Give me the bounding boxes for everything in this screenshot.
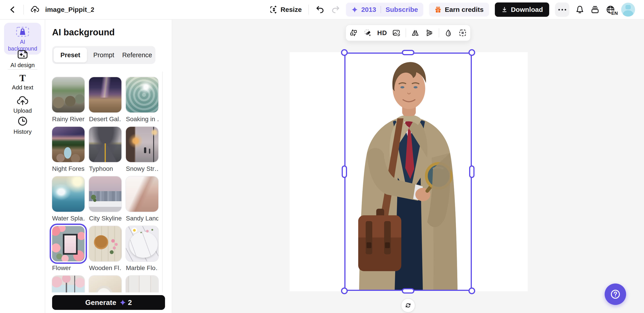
flip-vertical-button[interactable] xyxy=(424,27,436,39)
handle-top-left[interactable] xyxy=(341,49,348,56)
ai-background-bag-icon xyxy=(16,26,30,37)
download-button[interactable]: Download xyxy=(495,2,549,17)
preset-wooden-floral[interactable]: Wooden Fl… xyxy=(89,226,122,272)
notifications-button[interactable] xyxy=(575,5,584,14)
credits-subscribe-pill[interactable]: 2013 Subscribe xyxy=(346,3,423,16)
language-button[interactable]: EN xyxy=(606,5,616,14)
preset-thumbnail-fabric-lemons[interactable] xyxy=(89,276,122,292)
rotate-refresh-icon xyxy=(404,301,412,310)
preset-thumbnail-flower[interactable] xyxy=(52,226,84,261)
resize-icon xyxy=(269,5,278,14)
sidebar-item-label: Upload xyxy=(14,107,32,114)
regenerate-canvas-button[interactable] xyxy=(401,298,415,312)
credits-spark-icon xyxy=(351,6,358,13)
redo-button-disabled[interactable] xyxy=(331,5,340,14)
drafts-stack-button[interactable] xyxy=(590,5,600,14)
preset-label: Typhoon xyxy=(89,165,122,172)
replace-button[interactable] xyxy=(348,27,360,39)
left-navigation: AI backgroundAI designTAdd textUploadHis… xyxy=(0,20,45,313)
tab-preset[interactable]: Preset xyxy=(54,48,87,62)
preset-water-splash[interactable]: Water Spla… xyxy=(52,176,84,222)
ai-eraser-button[interactable] xyxy=(362,27,374,39)
preset-night-forest[interactable]: Night Forest xyxy=(52,127,84,172)
preset-scroll-area[interactable]: Rainy River…Desert Gal…Soaking in …Night… xyxy=(45,72,171,292)
back-button[interactable] xyxy=(7,4,18,16)
user-avatar[interactable] xyxy=(621,3,635,16)
handle-right-middle[interactable] xyxy=(469,166,474,178)
select-area-button[interactable] xyxy=(456,27,469,39)
cloud-save-status[interactable] xyxy=(28,3,41,16)
preset-thumbnail-desert-galaxy[interactable] xyxy=(89,77,122,112)
flip-horizontal-button[interactable] xyxy=(409,27,421,39)
preset-thumbnail-city-skyline[interactable] xyxy=(89,176,122,212)
preset-thumbnail-snowy-street[interactable] xyxy=(126,127,158,162)
undo-redo-group xyxy=(316,5,340,14)
subscribe-link[interactable]: Subscribe xyxy=(386,6,418,14)
generate-cost: 2 xyxy=(128,298,132,307)
tab-prompt[interactable]: Prompt xyxy=(87,48,120,62)
hd-enhance-button[interactable]: HD xyxy=(376,27,388,39)
help-button[interactable] xyxy=(605,284,626,305)
preset-thumbnail-marble-floral[interactable] xyxy=(126,226,158,261)
header-divider xyxy=(23,5,24,14)
preset-label: Marble Flo… xyxy=(126,264,158,272)
resize-button[interactable]: Resize xyxy=(269,5,302,14)
language-label: EN xyxy=(611,11,618,16)
cloud-upload-icon xyxy=(16,95,29,106)
panel-scrollbar[interactable] xyxy=(162,72,163,292)
credits-count: 2013 xyxy=(361,6,376,14)
document-title[interactable]: image_Pippit_20 xyxy=(45,6,94,14)
preset-thumbnail-soaking[interactable] xyxy=(126,77,158,112)
earn-credits-button[interactable]: Earn credits xyxy=(429,3,489,16)
handle-left-middle[interactable] xyxy=(342,166,347,178)
opacity-button[interactable] xyxy=(442,27,454,39)
preset-snowy-street[interactable]: Snowy Str… xyxy=(126,127,158,172)
sidebar-item-label: History xyxy=(14,128,32,135)
sidebar-item-ai-design[interactable]: AI design xyxy=(0,50,45,69)
generate-label: Generate xyxy=(85,298,116,307)
preset-typhoon[interactable]: Typhoon xyxy=(89,127,122,172)
background-tabs: PresetPromptReference xyxy=(52,46,156,64)
sidebar-item-upload[interactable]: Upload xyxy=(0,95,45,114)
preset-fabric-lemons[interactable] xyxy=(89,276,122,292)
preset-thumbnail-blossom-window[interactable] xyxy=(52,276,84,292)
preset-thumbnail-night-forest[interactable] xyxy=(52,127,84,162)
bell-icon xyxy=(575,5,584,14)
preset-label: Snowy Str… xyxy=(126,165,158,172)
preset-sandy-land[interactable]: Sandy Land xyxy=(126,176,158,222)
preset-panel-wall[interactable] xyxy=(126,276,158,292)
sidebar-item-history[interactable]: History xyxy=(0,116,45,135)
replace-icon xyxy=(350,29,358,37)
undo-button[interactable] xyxy=(316,5,324,14)
preset-thumbnail-rainy-river[interactable] xyxy=(52,77,84,112)
more-options-button[interactable] xyxy=(555,2,569,17)
preset-soaking[interactable]: Soaking in … xyxy=(126,77,158,123)
toolbar-divider xyxy=(439,28,439,37)
preset-thumbnail-water-splash[interactable] xyxy=(52,176,84,212)
handle-top-right[interactable] xyxy=(468,49,475,56)
handle-bottom-left[interactable] xyxy=(341,288,348,294)
preset-thumbnail-panel-wall[interactable] xyxy=(126,276,158,292)
preset-thumbnail-wooden-floral[interactable] xyxy=(89,226,122,261)
download-label: Download xyxy=(511,6,543,14)
preset-marble-floral[interactable]: Marble Flo… xyxy=(126,226,158,272)
preset-desert-galaxy[interactable]: Desert Gal… xyxy=(89,77,122,123)
sidebar-item-add-text[interactable]: TAdd text xyxy=(0,74,45,91)
sidebar-item-label: Add text xyxy=(12,84,33,91)
header-actions: Resize xyxy=(269,2,635,17)
handle-bottom-center[interactable] xyxy=(402,288,414,294)
toolbar-divider xyxy=(406,28,406,37)
handle-top-center[interactable] xyxy=(402,50,414,55)
preset-thumbnail-typhoon[interactable] xyxy=(89,127,122,162)
preset-thumbnail-sandy-land[interactable] xyxy=(126,176,158,212)
preset-blossom-window[interactable] xyxy=(52,276,84,292)
tab-reference[interactable]: Reference xyxy=(120,48,154,62)
preset-rainy-river[interactable]: Rainy River… xyxy=(52,77,84,123)
selection-box[interactable] xyxy=(344,52,472,291)
preset-city-skyline[interactable]: City Skyline xyxy=(89,176,122,222)
preset-flower[interactable]: Flower xyxy=(52,226,84,272)
generate-button[interactable]: Generate 2 xyxy=(52,295,165,310)
preset-label: Desert Gal… xyxy=(89,116,122,123)
regenerate-image-button[interactable] xyxy=(390,27,402,39)
handle-bottom-right[interactable] xyxy=(468,288,475,294)
